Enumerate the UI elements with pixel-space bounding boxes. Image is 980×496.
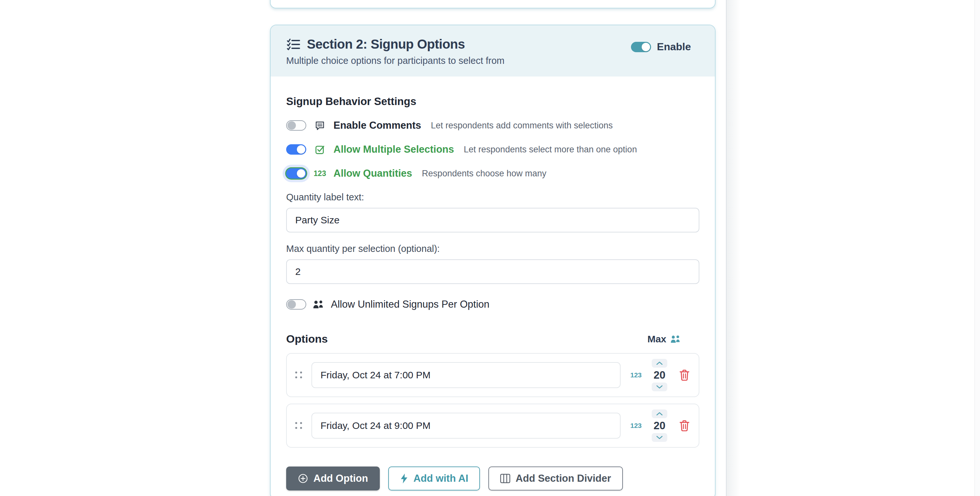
option-row: 123 20	[286, 403, 699, 448]
max-quantity-stepper: 20	[649, 359, 670, 391]
circle-plus-icon	[298, 473, 308, 484]
multiple-selections-label: Allow Multiple Selections	[334, 144, 454, 155]
checklist-icon	[286, 38, 301, 51]
columns-icon	[500, 474, 511, 483]
add-with-ai-button[interactable]: Add with AI	[388, 467, 480, 491]
toggle-row-allow-quantities: 123 Allow Quantities Respondents choose …	[286, 166, 699, 181]
allow-quantities-desc: Respondents choose how many	[422, 169, 546, 179]
delete-option-button[interactable]	[678, 418, 691, 433]
unlimited-signups-label: Allow Unlimited Signups Per Option	[331, 298, 489, 310]
allow-quantities-label: Allow Quantities	[334, 167, 412, 179]
123-badge-icon: 123	[630, 422, 642, 429]
form-editor-column: Section 2: Signup Options Multiple choic…	[270, 0, 716, 496]
enable-comments-label: Enable Comments	[334, 120, 421, 131]
enable-comments-toggle[interactable]	[286, 120, 306, 131]
section-subtitle: Multiple choice options for participants…	[286, 56, 699, 66]
max-quantity-input[interactable]	[286, 259, 699, 284]
decrement-button[interactable]	[652, 383, 667, 391]
section-header: Section 2: Signup Options Multiple choic…	[270, 25, 715, 77]
delete-option-button[interactable]	[678, 368, 691, 382]
section-2-card: Section 2: Signup Options Multiple choic…	[270, 25, 716, 496]
123-badge-icon: 123	[630, 371, 642, 379]
unlimited-signups-toggle[interactable]	[286, 299, 306, 309]
checkbox-check-icon	[313, 144, 327, 155]
behavior-settings-heading: Signup Behavior Settings	[286, 95, 699, 108]
max-value: 20	[654, 369, 666, 381]
drag-handle-icon[interactable]	[294, 421, 304, 431]
max-value: 20	[654, 420, 666, 432]
toggle-row-multiple-selections: Allow Multiple Selections Let respondent…	[286, 142, 699, 157]
toggle-row-unlimited-signups: Allow Unlimited Signups Per Option	[286, 297, 699, 312]
quantity-label-input[interactable]	[286, 208, 699, 233]
option-text-input[interactable]	[312, 413, 620, 439]
multiple-selections-toggle[interactable]	[286, 144, 306, 155]
section-enable-label: Enable	[657, 41, 691, 53]
lightning-bolt-icon	[400, 473, 408, 484]
section-body: Signup Behavior Settings Enable Comments…	[270, 77, 715, 491]
options-heading: Options	[286, 333, 328, 345]
comment-icon	[313, 120, 327, 131]
options-action-buttons: Add Option Add with AI	[286, 467, 699, 491]
people-icon-teal	[670, 335, 681, 343]
section-enable-toggle[interactable]	[631, 42, 651, 52]
decrement-button[interactable]	[652, 433, 667, 442]
add-section-divider-button[interactable]: Add Section Divider	[488, 467, 623, 491]
option-text-input[interactable]	[312, 362, 620, 388]
add-option-button[interactable]: Add Option	[286, 467, 380, 491]
add-section-divider-label: Add Section Divider	[515, 473, 611, 484]
section-title: Section 2: Signup Options	[307, 37, 465, 51]
123-icon: 123	[313, 169, 327, 178]
quantity-label-text-label: Quantity label text:	[286, 192, 699, 203]
max-quantity-stepper: 20	[649, 410, 670, 442]
content-column-shadow	[727, 0, 740, 496]
add-option-label: Add Option	[313, 473, 368, 484]
drag-handle-icon[interactable]	[294, 370, 304, 380]
allow-quantities-toggle[interactable]	[286, 168, 306, 179]
toggle-row-enable-comments: Enable Comments Let respondents add comm…	[286, 118, 699, 133]
options-header: Options Max	[286, 333, 699, 345]
max-quantity-label: Max quantity per selection (optional):	[286, 244, 699, 254]
enable-comments-desc: Let respondents add comments with select…	[431, 121, 612, 131]
max-column-header: Max	[648, 333, 666, 344]
page: Section 2: Signup Options Multiple choic…	[0, 0, 980, 496]
add-with-ai-label: Add with AI	[414, 473, 468, 484]
option-row: 123 20	[286, 353, 699, 397]
multiple-selections-desc: Let respondents select more than one opt…	[464, 145, 637, 155]
people-icon-dark	[313, 300, 325, 309]
previous-section-card-partial	[270, 0, 716, 8]
scrollbar-track[interactable]	[975, 0, 980, 496]
increment-button[interactable]	[652, 359, 667, 368]
increment-button[interactable]	[652, 410, 667, 418]
